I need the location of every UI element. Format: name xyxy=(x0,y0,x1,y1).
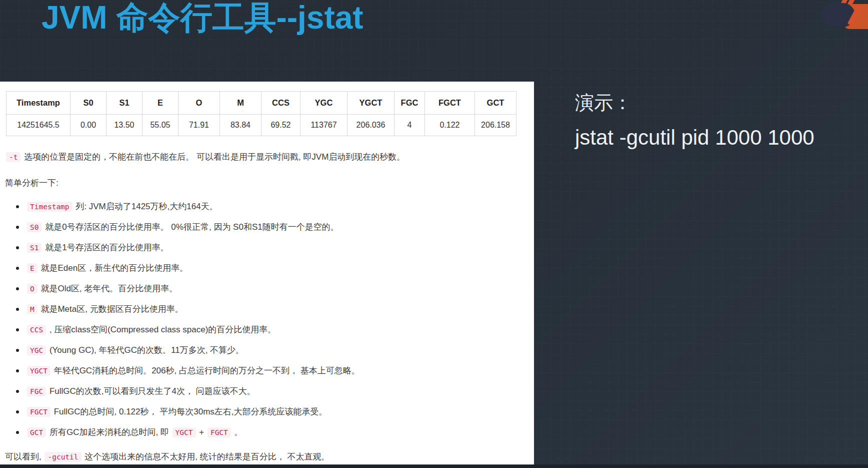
table-header-cell: CCS xyxy=(262,92,300,115)
text-run: 选项的位置是固定的，不能在前也不能在后。 可以看出是用于显示时间戳, 即JVM启… xyxy=(22,152,405,162)
closing-paragraph-gcutil: 可以看到, -gcutil 这个选项出来的信息不太好用, 统计的结果是百分比， … xyxy=(5,451,527,463)
bottom-edge-strip xyxy=(0,464,868,468)
text-run: 所有GC加起来消耗的总时间, 即 xyxy=(47,427,171,437)
inline-code: FGCT xyxy=(208,427,231,437)
table-header-cell: GCT xyxy=(475,92,516,115)
content-panel: TimestampS0S1EOMCCSYGCYGCTFGCFGCTGCT 142… xyxy=(0,82,534,464)
inline-code: FGC xyxy=(27,386,46,396)
text-run: FullGC的总时间, 0.122秒， 平均每次30ms左右,大部分系统应该能承… xyxy=(52,407,328,416)
corner-logo xyxy=(803,0,868,31)
inline-code: CCS xyxy=(27,325,46,335)
inline-code: E xyxy=(27,263,38,273)
table-cell: 206.158 xyxy=(475,115,516,136)
analysis-bullet-item: O 就是Old区, 老年代。百分比使用率。 xyxy=(26,283,527,294)
table-header-cell: M xyxy=(220,92,262,115)
analysis-bullet-item: S0 就是0号存活区的百分比使用率。 0%很正常, 因为 S0和S1随时有一个是… xyxy=(26,222,527,233)
text-run: 这个选项出来的信息不太好用, 统计的结果是百分比， 不太直观。 xyxy=(82,452,330,461)
inline-code: YGC xyxy=(27,345,46,355)
analysis-bullet-item: GCT 所有GC加起来消耗的总时间, 即 YGCT + FGCT 。 xyxy=(26,427,527,438)
inline-code: YGCT xyxy=(27,366,50,376)
text-run: 就是Eden区，新生代的百分比使用率。 xyxy=(38,263,188,273)
analysis-bullet-item: YGCT 年轻代GC消耗的总时间。206秒, 占总运行时间的万分之一不到， 基本… xyxy=(26,365,527,376)
table-cell: 206.036 xyxy=(348,115,394,136)
table-cell: 4 xyxy=(394,115,425,136)
analysis-bullet-item: FGC FullGC的次数,可以看到只发生了4次， 问题应该不大。 xyxy=(26,386,527,397)
jstat-gcutil-table: TimestampS0S1EOMCCSYGCYGCTFGCFGCTGCT 142… xyxy=(6,91,516,136)
inline-code: S1 xyxy=(27,243,42,253)
table-cell: 13.50 xyxy=(106,115,142,136)
table-cell: 55.05 xyxy=(142,115,178,136)
table-header-cell: S0 xyxy=(70,92,106,115)
page-title: JVM 命令行工具--jstat xyxy=(42,0,364,37)
table-header-cell: E xyxy=(142,92,178,115)
text-run: (Young GC), 年轻代GC的次数。11万多次, 不算少。 xyxy=(47,345,244,355)
table-cell: 113767 xyxy=(300,115,348,136)
text-run: 就是Old区, 老年代。百分比使用率。 xyxy=(38,284,178,293)
table-cell: 0.00 xyxy=(70,115,106,136)
analysis-bullet-item: YGC (Young GC), 年轻代GC的次数。11万多次, 不算少。 xyxy=(26,345,527,356)
intro-paragraph: -t 选项的位置是固定的，不能在前也不能在后。 可以看出是用于显示时间戳, 即J… xyxy=(5,151,527,163)
inline-code: O xyxy=(27,284,38,294)
table-header-cell: FGCT xyxy=(425,92,475,115)
table-header-cell: YGC xyxy=(300,92,348,115)
table-cell: 83.84 xyxy=(220,115,262,136)
text-run: 年轻代GC消耗的总时间。206秒, 占总运行时间的万分之一不到， 基本上可忽略。 xyxy=(52,366,360,375)
table-header-cell: O xyxy=(178,92,220,115)
demo-block: 演示： jstat -gcutil pid 1000 1000 xyxy=(575,91,814,150)
analysis-bullet-item: CCS , 压缩class空间(Compressed class space)的… xyxy=(26,324,527,335)
table-header-cell: YGCT xyxy=(348,92,394,115)
inline-code: FGCT xyxy=(27,407,50,417)
text-run: 就是1号存活区的百分比使用率。 xyxy=(42,243,168,252)
table-row: 14251645.50.0013.5055.0571.9183.8469.521… xyxy=(6,115,516,136)
inline-code: YGCT xyxy=(172,427,196,437)
table-cell: 0.122 xyxy=(425,115,475,136)
inline-code: S0 xyxy=(27,222,42,232)
table-header-row: TimestampS0S1EOMCCSYGCYGCTFGCFGCTGCT xyxy=(6,92,516,115)
analysis-bullet-item: S1 就是1号存活区的百分比使用率。 xyxy=(26,242,527,253)
demo-label: 演示： xyxy=(575,91,814,114)
table-header-cell: S1 xyxy=(106,92,142,115)
text-run: 可以看到, xyxy=(5,452,44,461)
inline-code: M xyxy=(27,304,38,314)
inline-code: Timestamp xyxy=(27,202,72,212)
analysis-bullet-item: FGCT FullGC的总时间, 0.122秒， 平均每次30ms左右,大部分系… xyxy=(26,406,527,417)
inline-code: GCT xyxy=(27,427,46,437)
demo-command: jstat -gcutil pid 1000 1000 xyxy=(575,125,814,150)
text-run: 就是0号存活区的百分比使用率。 0%很正常, 因为 S0和S1随时有一个是空的。 xyxy=(42,222,338,232)
analysis-bullet-item: E 就是Eden区，新生代的百分比使用率。 xyxy=(26,263,527,274)
text-run: 。 xyxy=(232,427,243,437)
analysis-bullet-item: M 就是Meta区, 元数据区百分比使用率。 xyxy=(26,304,527,315)
text-run: FullGC的次数,可以看到只发生了4次， 问题应该不大。 xyxy=(47,386,256,396)
text-run: , 压缩class空间(Compressed class space)的百分比使… xyxy=(47,325,276,334)
table-header-cell: FGC xyxy=(394,92,425,115)
inline-code: -gcutil xyxy=(44,452,81,462)
table-cell: 71.91 xyxy=(178,115,220,136)
table-cell: 69.52 xyxy=(262,115,300,136)
analysis-heading: 简单分析一下: xyxy=(5,177,527,189)
text-run: 就是Meta区, 元数据区百分比使用率。 xyxy=(38,304,184,314)
inline-code: -t xyxy=(6,152,20,162)
table-cell: 14251645.5 xyxy=(6,115,70,136)
text-run: 列: JVM启动了1425万秒,大约164天。 xyxy=(74,202,218,211)
analysis-bullet-item: Timestamp 列: JVM启动了1425万秒,大约164天。 xyxy=(26,201,527,212)
analysis-bullet-list: Timestamp 列: JVM启动了1425万秒,大约164天。S0 就是0号… xyxy=(5,201,527,438)
table-header-cell: Timestamp xyxy=(6,92,70,115)
text-run: + xyxy=(197,427,206,437)
